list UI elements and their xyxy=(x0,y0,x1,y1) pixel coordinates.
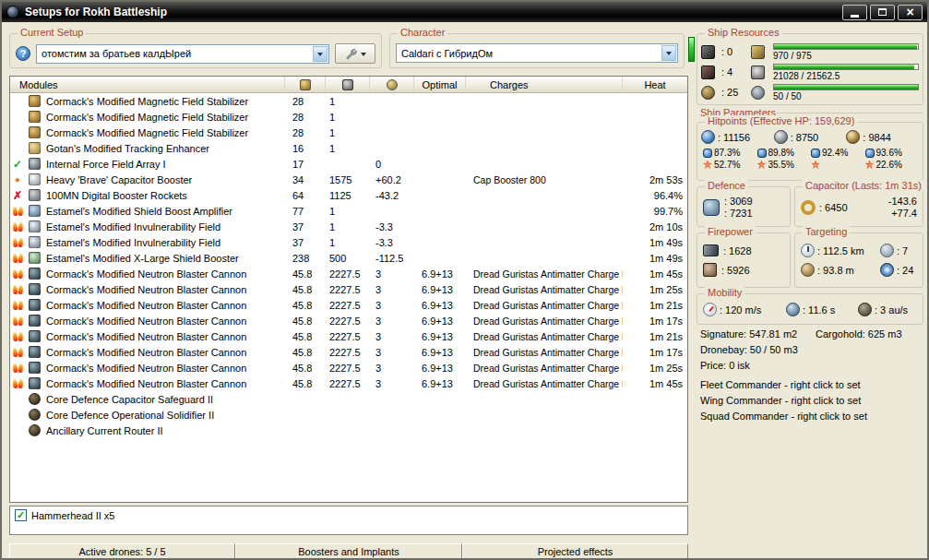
module-row[interactable]: Cormack's Modified Neutron Blaster Canno… xyxy=(10,328,687,344)
module-row[interactable]: Cormack's Modified Magnetic Field Stabil… xyxy=(10,109,687,125)
drone-list-item[interactable]: Hammerhead II x5 xyxy=(10,506,687,521)
module-cap: 3 xyxy=(370,331,414,342)
module-row[interactable]: Estamel's Modified Invulnerability Field… xyxy=(10,234,687,250)
shield-resist-icon xyxy=(811,149,820,158)
signature-value: Signature: 547.81 m2 xyxy=(700,328,797,340)
module-row[interactable]: Cormack's Modified Neutron Blaster Canno… xyxy=(10,375,687,391)
modules-column-header[interactable]: Modules xyxy=(10,77,285,92)
module-heat: 1m 21s xyxy=(623,300,687,311)
module-name: Cormack's Modified Magnetic Field Stabil… xyxy=(43,127,285,138)
active-drones-section[interactable]: Active drones: 5 / 5 xyxy=(9,543,235,559)
maximize-button[interactable] xyxy=(870,5,895,20)
module-name: Cormack's Modified Magnetic Field Stabil… xyxy=(43,96,285,107)
module-cpu: 45.8 xyxy=(285,316,326,327)
module-pg: 2227.5 xyxy=(326,363,370,374)
module-heat: 1m 49s xyxy=(623,237,687,248)
modules-table-rows: Cormack's Modified Magnetic Field Stabil… xyxy=(10,93,687,438)
module-row[interactable]: Cormack's Modified Magnetic Field Stabil… xyxy=(10,93,687,109)
module-row[interactable]: Core Defence Operational Solidifier II xyxy=(10,407,687,423)
setup-tools-button[interactable] xyxy=(335,43,375,64)
help-button[interactable] xyxy=(16,46,30,61)
module-row[interactable]: Gotan's Modified Tracking Enhancer 16 1 xyxy=(10,140,687,156)
drone-bandwidth-value: 50 / 50 xyxy=(773,91,919,101)
module-pg: 1 xyxy=(326,221,370,232)
projected-effects-section[interactable]: Projected effects xyxy=(462,543,688,559)
capacitor-column-header[interactable] xyxy=(370,77,414,92)
module-heat: 1m 17s xyxy=(623,316,687,327)
module-row[interactable]: Cormack's Modified Neutron Blaster Canno… xyxy=(10,344,687,360)
mobility-group: Mobility : 120 m/s : 11.6 s : 3 au/s xyxy=(697,293,923,325)
module-row[interactable]: Cormack's Modified Neutron Blaster Canno… xyxy=(10,313,687,328)
module-type-icon xyxy=(29,189,41,201)
titlebar[interactable]: Setups for Rokh Battleship xyxy=(2,2,927,22)
module-pg: 1 xyxy=(326,206,370,217)
module-charges: Dread Guristas Antimatter Charge L xyxy=(466,347,623,358)
minimize-button[interactable] xyxy=(842,5,867,20)
optimal-column-header[interactable]: Optimal xyxy=(414,77,466,92)
module-status-icon: ◆ xyxy=(15,176,19,183)
powergrid-column-header[interactable] xyxy=(326,77,370,92)
chevron-down-icon[interactable] xyxy=(661,45,676,61)
module-row[interactable]: Cormack's Modified Neutron Blaster Canno… xyxy=(10,360,687,375)
close-button[interactable] xyxy=(898,5,923,20)
module-row[interactable]: Estamel's Modified X-Large Shield Booste… xyxy=(10,250,687,266)
module-row[interactable]: Estamel's Modified Invulnerability Field… xyxy=(10,219,687,234)
module-name: Internal Force Field Array I xyxy=(43,159,285,170)
dronebay-value: Dronebay: 50 / 50 m3 xyxy=(700,344,923,360)
drone-checkbox[interactable] xyxy=(15,509,27,521)
module-row[interactable]: ◆ Heavy 'Brave' Capacitor Booster 34 157… xyxy=(10,172,687,187)
current-setup-group: Current Setup отомстим за братьев калдЫр… xyxy=(9,33,382,68)
module-charges: Dread Guristas Antimatter Charge L xyxy=(466,331,623,342)
module-cpu: 45.8 xyxy=(285,363,326,374)
module-row[interactable]: Cormack's Modified Magnetic Field Stabil… xyxy=(10,125,687,140)
module-row[interactable]: ✗ 100MN Digital Booster Rockets 64 1125 … xyxy=(10,187,687,203)
drone-bandwidth-bar xyxy=(773,84,919,90)
chevron-down-icon[interactable] xyxy=(313,46,328,62)
module-row[interactable]: Ancillary Current Router II xyxy=(10,423,687,438)
module-type-icon xyxy=(29,409,41,421)
turret-hardpoints-icon xyxy=(701,45,715,59)
module-row[interactable]: ✓ Internal Force Field Array I 17 0 xyxy=(10,156,687,172)
setup-combobox[interactable]: отомстим за братьев калдЫрей xyxy=(36,44,329,64)
module-row[interactable]: Cormack's Modified Neutron Blaster Canno… xyxy=(10,297,687,313)
module-status-icon xyxy=(12,363,24,374)
module-heat: 1m 45s xyxy=(623,378,687,389)
module-cap: 3 xyxy=(370,347,414,358)
capacitor-delta-out: -143.6 xyxy=(888,196,917,208)
cpu-column-header[interactable] xyxy=(285,77,326,92)
module-status-icon xyxy=(12,268,24,280)
charges-column-header[interactable]: Charges xyxy=(466,77,623,92)
module-heat: 96.4% xyxy=(623,190,687,201)
shield-hp-value: : 11156 xyxy=(718,132,750,143)
module-row[interactable]: Cormack's Modified Neutron Blaster Canno… xyxy=(10,266,687,281)
heat-column-header[interactable]: Heat xyxy=(623,77,687,92)
structure-hp-value: : 9844 xyxy=(863,132,891,143)
module-pg: 500 xyxy=(326,253,370,264)
ship-resources-label: Ship Resources xyxy=(705,27,782,38)
module-cpu: 45.8 xyxy=(285,347,326,358)
resist-cell-thermal: 89.8% 35.5% xyxy=(757,147,812,171)
resist-cell-kinetic: 92.4% xyxy=(811,147,865,171)
armor-thermal-resist-value: 35.5% xyxy=(768,160,794,170)
module-heat: 99.7% xyxy=(623,206,687,217)
module-row[interactable]: Cormack's Modified Neutron Blaster Canno… xyxy=(10,281,687,297)
module-row[interactable]: Core Defence Capacitor Safeguard II xyxy=(10,391,687,407)
module-type-icon xyxy=(29,424,41,436)
module-cap: 3 xyxy=(370,316,414,327)
dps-icon xyxy=(703,263,717,277)
squad-commander-slot[interactable]: Squad Commander - right click to set xyxy=(700,411,923,426)
character-combobox[interactable]: Caldari с ГибридОм xyxy=(396,43,678,63)
module-heat: 1m 45s xyxy=(623,268,687,280)
firepower-label: Firepower xyxy=(705,226,756,237)
fleet-commander-slot[interactable]: Fleet Commander - right click to set xyxy=(700,379,923,395)
boosters-implants-section[interactable]: Boosters and Implants xyxy=(235,543,462,559)
module-row[interactable]: Estamel's Modified Shield Boost Amplifie… xyxy=(10,203,687,219)
module-pg: 2227.5 xyxy=(326,331,370,342)
module-cap: 3 xyxy=(370,363,414,374)
module-status-icon xyxy=(12,300,24,311)
wing-commander-slot[interactable]: Wing Commander - right click to set xyxy=(700,395,923,411)
drone-bandwidth-icon xyxy=(751,86,765,100)
module-optimal: 6.9+13 xyxy=(414,284,466,295)
module-status-icon xyxy=(12,378,24,389)
module-cpu: 45.8 xyxy=(285,268,326,280)
